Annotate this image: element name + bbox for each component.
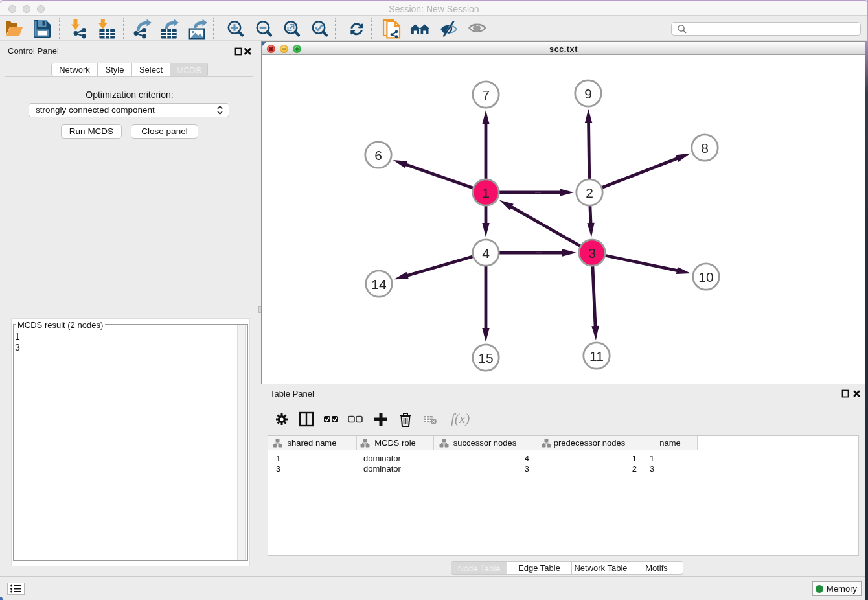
svg-text:8: 8 bbox=[701, 141, 709, 156]
svg-text:4: 4 bbox=[482, 246, 490, 260]
svg-text:7: 7 bbox=[482, 87, 490, 102]
svg-text:3: 3 bbox=[588, 246, 596, 260]
svg-text:2: 2 bbox=[586, 185, 593, 200]
svg-text:11: 11 bbox=[589, 349, 604, 363]
svg-text:1: 1 bbox=[482, 185, 490, 200]
svg-text:10: 10 bbox=[698, 270, 713, 284]
svg-text:6: 6 bbox=[374, 148, 382, 163]
svg-text:9: 9 bbox=[584, 86, 592, 101]
svg-text:14: 14 bbox=[371, 277, 387, 292]
svg-text:15: 15 bbox=[478, 351, 493, 365]
